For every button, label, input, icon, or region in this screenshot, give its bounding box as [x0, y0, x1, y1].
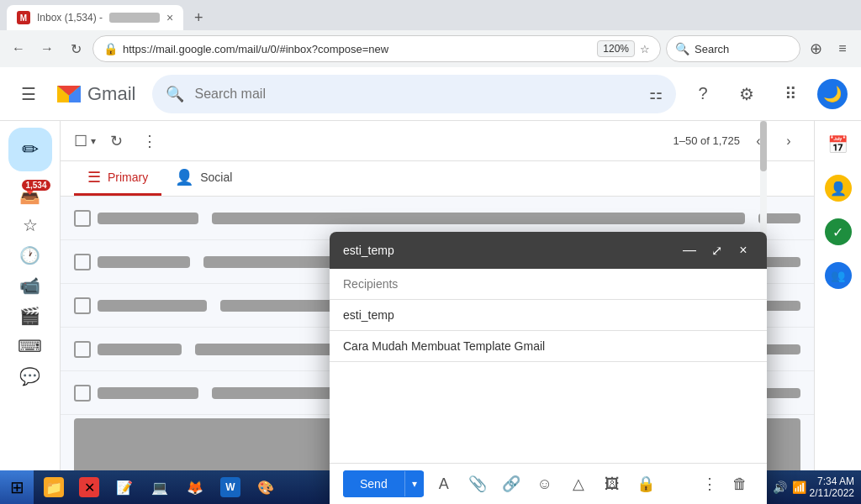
sidebar-item-snoozed[interactable]: 🕐	[8, 242, 52, 269]
sidebar-item-chat[interactable]: ⌨	[8, 333, 52, 360]
insert-link-button[interactable]: 🔗	[498, 470, 525, 497]
send-dropdown-button[interactable]: ▾	[404, 471, 424, 496]
compose-subject-field[interactable]: Cara Mudah Membuat Template Gmail	[330, 331, 767, 362]
select-all-checkbox[interactable]: ☐ ▾	[74, 132, 96, 150]
sidebar-item-hangouts[interactable]: 🎬	[8, 302, 52, 329]
email-checkbox[interactable]	[74, 210, 91, 227]
right-panel-people[interactable]: 👥	[821, 259, 855, 292]
star-icon: ☆	[23, 215, 38, 235]
browser-search-bar[interactable]: 🔍 Search	[666, 35, 800, 62]
apps-button[interactable]: ⠿	[774, 77, 807, 111]
back-button[interactable]: ←	[7, 37, 30, 60]
next-page-button[interactable]: ›	[777, 129, 800, 153]
browser-chrome: M Inbox (1,534) - × + ← → ↻ 🔒 https://ma…	[0, 0, 861, 67]
left-sidebar: ✏ 📥 1,534 ☆ 🕐 📹 🎬 ⌨ 💬	[0, 121, 61, 504]
right-panel-calendar[interactable]: 📅	[821, 128, 855, 161]
gmail-body: ✏ 📥 1,534 ☆ 🕐 📹 🎬 ⌨ 💬	[0, 121, 861, 504]
search-mail-input[interactable]	[194, 87, 639, 102]
taskbar-item-paint[interactable]: 🎨	[249, 474, 283, 501]
insert-photo-button[interactable]: 🖼	[599, 470, 626, 497]
taskbar-item-word[interactable]: W	[214, 474, 247, 501]
xampp-icon: ✕	[79, 477, 99, 497]
refresh-button[interactable]: ↻	[64, 37, 87, 60]
taskbar-item-terminal[interactable]: 💻	[143, 474, 177, 501]
sidebar-item-more[interactable]: 💬	[8, 363, 52, 390]
active-tab[interactable]: M Inbox (1,534) - ×	[7, 5, 183, 30]
attach-file-button[interactable]: 📎	[464, 470, 491, 497]
compose-minimize-button[interactable]: —	[679, 240, 700, 260]
social-tab-label: Social	[200, 171, 232, 184]
keyboard-icon: ⌨	[18, 336, 42, 356]
email-checkbox[interactable]	[74, 385, 91, 402]
taskbar-item-notepad[interactable]: 📝	[108, 474, 141, 501]
refresh-button[interactable]: ↻	[103, 128, 129, 155]
more-options-button[interactable]: ⋮	[696, 470, 723, 497]
help-button[interactable]: ?	[686, 77, 720, 111]
pagination: 1–50 of 1,725 ‹ ›	[673, 129, 800, 153]
email-checkbox[interactable]	[74, 341, 91, 358]
scrollbar-thumb[interactable]	[760, 121, 767, 171]
hangouts-icon: 🎬	[19, 306, 40, 326]
volume-icon[interactable]: 🔊	[773, 480, 787, 494]
settings-button[interactable]: ⚙	[730, 77, 763, 111]
checkbox-dropdown-icon[interactable]: ▾	[91, 135, 96, 147]
compose-button[interactable]: ✏	[8, 128, 52, 171]
notepad-icon: 📝	[114, 477, 135, 497]
format-text-button[interactable]: A	[430, 470, 457, 497]
search-mail-icon: 🔍	[166, 85, 184, 103]
taskbar-item-explorer[interactable]: 📁	[37, 474, 71, 501]
menu-button[interactable]: ≡	[831, 37, 854, 60]
profile-button[interactable]: ⊕	[804, 37, 827, 60]
compose-close-button[interactable]: ×	[733, 240, 753, 260]
delete-draft-button[interactable]: 🗑	[726, 470, 753, 497]
forward-button[interactable]: →	[35, 37, 59, 60]
sidebar-item-meet[interactable]: 📹	[8, 272, 52, 299]
tasks-icon: ✓	[825, 218, 852, 245]
address-bar[interactable]: 🔒 https://mail.google.com/mail/u/0/#inbo…	[92, 35, 661, 62]
compose-body: Recipients esti_temp Cara Mudah Membuat …	[330, 269, 767, 463]
new-tab-button[interactable]: +	[187, 6, 210, 29]
compose-editor[interactable]	[330, 362, 767, 463]
compose-to-field[interactable]: esti_temp	[330, 300, 767, 331]
checkbox-icon: ☐	[74, 132, 87, 150]
drive-button[interactable]: △	[565, 470, 592, 497]
confidential-button[interactable]: 🔒	[632, 470, 659, 497]
sidebar-item-starred[interactable]: ☆	[8, 212, 52, 239]
tab-close-button[interactable]: ×	[166, 11, 173, 24]
nav-right: 🔍 Search ⊕ ≡	[666, 35, 854, 62]
header-right: ? ⚙ ⠿ 🌙	[686, 77, 848, 111]
emoji-icon: ☺	[537, 475, 552, 493]
sidebar-item-inbox[interactable]: 📥 1,534	[8, 181, 52, 208]
photo-icon: 🖼	[605, 475, 620, 493]
tab-primary[interactable]: ☰ Primary	[74, 161, 161, 196]
taskbar-clock: 7:34 AM 2/11/2022	[810, 475, 854, 499]
zoom-level: 120%	[597, 40, 635, 57]
taskbar-item-xampp[interactable]: ✕	[72, 474, 106, 501]
bookmark-icon[interactable]: ☆	[640, 43, 650, 55]
compose-header[interactable]: esti_temp — ⤢ ×	[330, 232, 767, 269]
lock-icon: 🔒	[637, 475, 655, 493]
recipients-label: Recipients	[343, 277, 398, 291]
search-mail-bar[interactable]: 🔍 ⚏	[152, 75, 676, 113]
more-options-button[interactable]: ⋮	[136, 128, 163, 155]
lock-icon: 🔒	[103, 42, 118, 55]
avatar[interactable]: 🌙	[817, 79, 848, 109]
tab-social[interactable]: 👤 Social	[161, 161, 246, 196]
email-checkbox[interactable]	[74, 297, 91, 314]
hamburger-menu[interactable]: ☰	[13, 79, 44, 109]
gmail-logo: Gmail	[54, 79, 135, 109]
compose-recipients-field[interactable]: Recipients	[330, 269, 767, 300]
email-checkbox[interactable]	[74, 254, 91, 270]
avatar-emoji: 🌙	[823, 85, 842, 103]
send-button[interactable]: Send	[343, 470, 404, 497]
search-filter-icon[interactable]: ⚏	[649, 85, 663, 103]
start-button[interactable]: ⊞	[0, 470, 34, 504]
right-panel-tasks[interactable]: ✓	[821, 215, 855, 249]
compose-title: esti_temp	[343, 244, 679, 257]
emoji-button[interactable]: ☺	[531, 470, 558, 497]
toolbar: ☐ ▾ ↻ ⋮ 1–50 of 1,725 ‹ ›	[61, 121, 814, 161]
compose-maximize-button[interactable]: ⤢	[706, 240, 726, 260]
compose-to-value: esti_temp	[343, 308, 753, 322]
taskbar-item-firefox[interactable]: 🦊	[178, 474, 212, 501]
right-panel-contacts[interactable]: 👤	[821, 171, 855, 205]
